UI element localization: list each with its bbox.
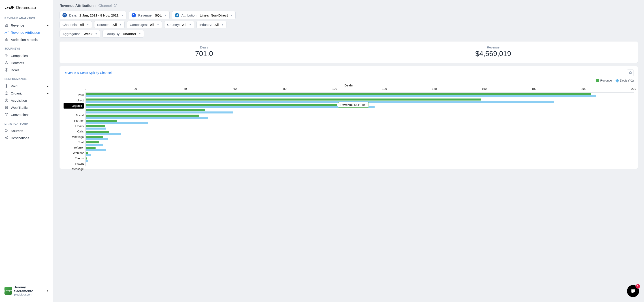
sidebar-item-acquisition[interactable]: Acquisition [0,97,53,104]
kpi-value: 701.0 [62,50,346,58]
bar-deals[interactable] [86,144,103,146]
filter-revenue[interactable]: Revenue:SQL▼ [129,11,170,19]
chevron-down-icon: ▼ [189,23,191,26]
svg-point-25 [6,100,7,101]
filter-date[interactable]: Date:1 Jan, 2021 - 8 Nov, 2021▼ [60,11,126,19]
x-tick: 40 [184,87,186,90]
sidebar-item-sources[interactable]: Sources [0,127,53,134]
bar-row [86,109,634,114]
external-link-icon[interactable] [114,3,117,8]
bar-revenue[interactable] [86,93,591,95]
bar-deals[interactable] [86,128,106,130]
svg-point-7 [5,33,5,33]
revenue-icon [4,23,8,27]
filter-value: All [150,23,154,27]
intercom-launcher[interactable]: 1 [627,285,639,297]
x-tick: 100 [332,87,337,90]
bar-deals[interactable] [86,95,596,97]
svg-rect-11 [5,39,6,41]
x-tick: 140 [432,87,437,90]
svg-line-33 [115,4,116,5]
category-label: Calls [64,129,84,134]
bar-deals[interactable] [86,106,374,108]
sidebar-item-label: Companies [11,54,48,58]
bar-revenue[interactable] [86,120,117,122]
bar-revenue[interactable] [86,99,481,101]
chart-title-link[interactable]: Revenue & Deals Split by Channel [64,71,112,75]
bar-row [86,114,634,119]
brand: Dreamdata [0,3,53,14]
filter-attribution[interactable]: Attribution:Linear Non-Direct▼ [172,11,236,19]
svg-rect-5 [6,24,7,27]
sources-icon [4,129,8,133]
user-menu[interactable]: piedpiper Jeremy Sacramento piedpiper.co… [0,283,53,299]
chart-plot-area: PaiddirectOrganic SearchSocialPartnerEma… [64,93,634,166]
category-label: Paid [64,93,84,98]
bar-deals[interactable] [86,138,108,140]
filter-country[interactable]: Country:All▼ [164,21,194,28]
bar-deals[interactable] [86,112,233,114]
bar-row: Revenue: $641,198 [86,103,634,108]
filter-sources[interactable]: Sources:All▼ [94,21,125,28]
bar-deals[interactable] [86,154,91,156]
bar-revenue[interactable] [86,142,99,144]
x-tick: 80 [283,87,286,90]
bar-deals[interactable] [86,149,106,151]
sidebar-item-label: Organic [11,91,44,95]
x-tick: 220 [631,87,636,90]
bar-row [86,93,634,98]
avatar: piedpiper [4,287,12,295]
bar-revenue[interactable] [86,157,87,159]
sidebar-item-revenue-attribution[interactable]: Revenue Attribution [0,29,53,36]
sidebar-item-web-traffic[interactable]: Web Traffic [0,104,53,111]
acquisition-icon [4,98,8,102]
bar-revenue[interactable] [86,136,104,138]
filter-industry[interactable]: Industry:All▼ [196,21,227,28]
user-name: Jeremy Sacramento [14,285,44,293]
svg-rect-13 [7,40,8,41]
filter-aggregation[interactable]: Aggregation:Week▼ [60,30,100,37]
legend-revenue[interactable]: Revenue [596,79,612,82]
bar-revenue[interactable] [86,104,337,106]
legend-deals[interactable]: Deals (Y2) [616,79,634,82]
sidebar-item-paid[interactable]: $Paid▶ [0,82,53,90]
sidebar-item-destinations[interactable]: Destinations [0,134,53,142]
chevron-down-icon: ▼ [222,23,224,26]
breadcrumb-root[interactable]: Revenue Attribution [60,4,94,8]
nav-heading: JOURNEYS [0,46,53,52]
sidebar-item-companies[interactable]: Companies [0,52,53,59]
filter-campaigns[interactable]: Campaigns:All▼ [127,21,162,28]
sidebar-item-label: Deals [11,68,48,72]
bar-deals[interactable] [86,160,88,162]
sidebar-item-attribution-models[interactable]: Attribution Models [0,36,53,43]
category-label: Meetings [64,134,84,140]
organic-icon [4,91,8,95]
chevron-right-icon: ▶ [47,85,48,87]
web-traffic-icon [4,105,8,110]
sidebar: Dreamdata REVENUE ANALYTICSRevenue▶Reven… [0,0,53,302]
bar-revenue[interactable] [86,147,96,149]
chart-settings-button[interactable] [627,69,634,76]
bar-revenue[interactable] [86,131,109,133]
bar-deals[interactable] [86,133,120,135]
sidebar-item-organic[interactable]: Organic▶ [0,90,53,97]
filter-value: All [112,23,117,27]
filter-channels[interactable]: Channels:All▼ [60,21,92,28]
bar-revenue[interactable] [86,109,205,111]
bar-deals[interactable] [86,117,208,119]
filter-value: 1 Jan, 2021 - 8 Nov, 2021 [80,13,118,17]
bar-revenue[interactable] [86,115,199,117]
sidebar-item-contacts[interactable]: Contacts [0,59,53,66]
sidebar-item-deals[interactable]: Deals [0,66,53,73]
x-tick: 200 [581,87,586,90]
category-label: direct [64,98,84,103]
bar-revenue[interactable] [86,152,88,154]
sidebar-item-conversions[interactable]: Conversions [0,111,53,118]
sidebar-item-revenue[interactable]: Revenue▶ [0,22,53,29]
bar-deals[interactable] [86,122,148,124]
filter-group-by[interactable]: Group By:Channel▼ [102,30,144,37]
bar-deals[interactable] [86,101,554,103]
chevron-down-icon: ▼ [157,23,159,26]
svg-rect-4 [5,25,6,27]
bar-revenue[interactable] [86,125,105,127]
